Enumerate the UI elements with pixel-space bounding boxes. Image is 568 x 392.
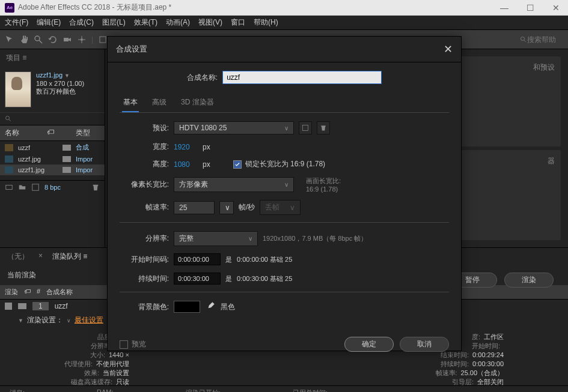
tab-basic[interactable]: 基本 (122, 94, 139, 112)
svg-point-5 (6, 116, 10, 120)
title-bar: Ae Adobe After Effects CC 2018 - 无标题项目.a… (0, 0, 568, 16)
chevron-down-icon: ∨ (284, 181, 289, 188)
app-icon: Ae (5, 3, 14, 13)
preset-label: 预设: (120, 123, 169, 133)
list-item[interactable]: uzzf1.jpg Impor (0, 164, 105, 175)
menu-effect[interactable]: 效果(T) (134, 17, 157, 28)
menu-composition[interactable]: 合成(C) (69, 17, 94, 28)
col-type[interactable]: 类型 (76, 128, 100, 138)
preset-dropdown[interactable]: HDTV 1080 25∨ (174, 121, 294, 134)
menu-help[interactable]: 帮助(H) (254, 17, 278, 28)
chevron-down-icon[interactable]: ∨ (67, 318, 71, 324)
render-button[interactable]: 渲染 (504, 273, 554, 288)
width-unit: px (203, 143, 210, 151)
eyedropper-icon[interactable] (205, 301, 216, 312)
resolution-dropdown[interactable]: 完整∨ (174, 231, 258, 246)
queue-number: 1 (32, 302, 49, 310)
minimize-button[interactable]: — (496, 2, 512, 14)
preview-checkbox: 预览 (120, 339, 146, 349)
label-swatch[interactable] (63, 167, 71, 173)
new-folder-icon[interactable] (18, 183, 26, 191)
height-input[interactable]: 1080 (174, 160, 198, 169)
label-swatch[interactable] (63, 145, 71, 151)
col-label[interactable]: 🏷 (47, 128, 71, 138)
anchor-tool-icon[interactable] (77, 35, 87, 44)
par-label: 像素长宽比: (120, 179, 169, 190)
new-comp-icon[interactable] (31, 183, 40, 191)
duration-base-info: 0:00:30:00 基础 25 (237, 274, 292, 283)
shape-tool-icon[interactable] (98, 35, 108, 44)
selection-tool-icon[interactable] (5, 35, 14, 44)
help-search-input[interactable] (527, 35, 563, 44)
menu-file[interactable]: 文件(F) (5, 17, 28, 28)
col-name[interactable]: 名称 (5, 128, 42, 138)
list-item[interactable]: uzzf 合成 (0, 141, 105, 154)
menu-animation[interactable]: 动画(A) (166, 17, 190, 28)
rotate-tool-icon[interactable] (48, 35, 58, 44)
composition-settings-dialog: 合成设置 ✕ 合成名称: 基本 高级 3D 渲染器 预设: HDTV 1080 … (107, 36, 462, 351)
start-timecode-label: 开始时间码: (120, 255, 169, 265)
close-button[interactable]: ✕ (549, 2, 563, 14)
fps-label: 帧速率: (120, 202, 169, 213)
tab-3d-renderer[interactable]: 3D 渲染器 (180, 94, 215, 112)
comp-name-label: 合成名称: (187, 73, 218, 83)
chevron-down-icon[interactable]: ▼ (18, 318, 23, 324)
delete-preset-button[interactable] (317, 121, 330, 134)
start-timecode-input[interactable] (174, 253, 221, 265)
project-tab[interactable]: 项目 ≡ (0, 49, 105, 67)
hand-tool-icon[interactable] (19, 35, 29, 44)
ok-button[interactable]: 确定 (344, 337, 394, 352)
camera-tool-icon[interactable] (63, 35, 72, 44)
label-swatch[interactable] (63, 156, 71, 162)
tab-none[interactable]: （无） (0, 248, 36, 265)
menu-window[interactable]: 窗口 (231, 17, 245, 28)
bg-color-swatch[interactable] (174, 301, 200, 313)
svg-point-4 (521, 37, 525, 40)
resolution-label: 分辨率: (120, 234, 169, 244)
duration-input[interactable] (174, 273, 221, 285)
bit-depth[interactable]: 8 bpc (44, 184, 61, 191)
trash-icon[interactable] (91, 183, 100, 191)
svg-rect-7 (32, 184, 39, 191)
asset-thumbnail[interactable] (5, 71, 31, 107)
queue-comp-name: uzzf (55, 302, 68, 310)
render-settings-link[interactable]: 最佳设置 (75, 315, 103, 325)
dialog-title: 合成设置 (116, 44, 444, 55)
chevron-down-icon: ∨ (284, 125, 289, 131)
svg-rect-3 (100, 37, 106, 43)
chevron-down-icon: ∨ (225, 204, 230, 212)
chevron-down-icon[interactable]: ▼ (64, 73, 70, 79)
menu-edit[interactable]: 编辑(E) (37, 17, 61, 28)
fps-dropdown[interactable]: ∨ (219, 201, 234, 214)
project-search[interactable] (0, 112, 105, 125)
help-search[interactable] (520, 35, 563, 44)
dialog-close-button[interactable]: ✕ (444, 43, 453, 56)
menu-view[interactable]: 视图(V) (198, 17, 222, 28)
interpret-footage-icon[interactable] (5, 183, 13, 191)
dropframe-dropdown: 丢帧∨ (260, 200, 301, 215)
list-item[interactable]: uzzf.jpg Impor (0, 154, 105, 164)
pixel-aspect-dropdown[interactable]: 方形像素∨ (174, 177, 294, 192)
comp-name-input[interactable] (222, 71, 382, 84)
close-tab-icon[interactable]: × (36, 248, 45, 265)
window-title: Adobe After Effects CC 2018 - 无标题项目.aep … (18, 2, 496, 13)
width-input[interactable]: 1920 (174, 143, 198, 151)
zoom-tool-icon[interactable] (34, 35, 43, 44)
cancel-button[interactable]: 取消 (400, 337, 449, 352)
chevron-down-icon: ∨ (248, 235, 252, 242)
is-label: 是 (225, 274, 232, 283)
svg-point-0 (35, 36, 40, 41)
current-render-label: 当前渲染 (7, 271, 36, 279)
label-swatch[interactable] (18, 303, 26, 309)
render-checkbox[interactable] (5, 303, 12, 310)
tab-advanced[interactable]: 高级 (151, 94, 168, 112)
save-preset-button[interactable] (299, 121, 312, 134)
asset-metadata: uzzf1.jpg ▼ 180 x 270 (1.00) 数百万种颜色 (36, 71, 84, 96)
maximize-button[interactable]: ☐ (523, 2, 538, 14)
bg-color-label: 背景颜色: (120, 302, 169, 312)
menu-layer[interactable]: 图层(L) (102, 17, 126, 28)
search-icon (5, 115, 12, 122)
tab-render-queue[interactable]: 渲染队列 ≡ (45, 248, 94, 265)
fps-input[interactable]: 25 (174, 201, 215, 214)
lock-aspect-checkbox[interactable] (233, 160, 242, 169)
